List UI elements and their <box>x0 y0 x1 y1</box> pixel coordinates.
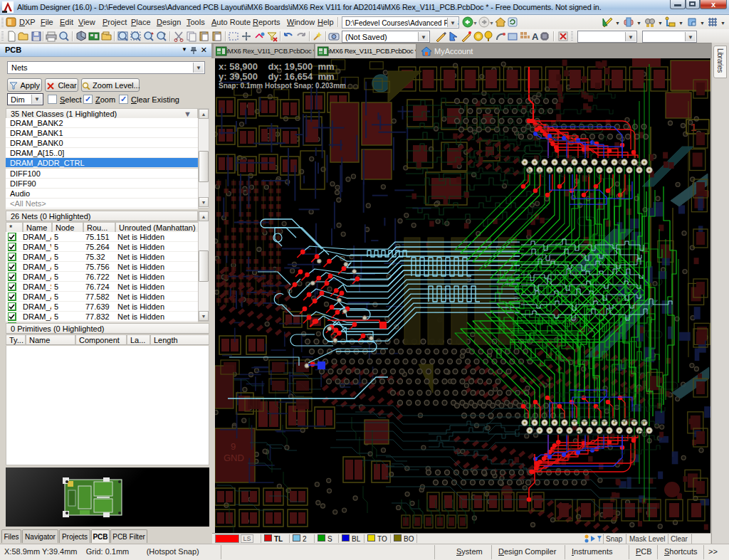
svg-text:9: 9 <box>231 441 236 452</box>
svg-text:Snap: 0.1mm Hotspot Snap: 0.20: Snap: 0.1mm Hotspot Snap: 0.203mm <box>219 82 346 90</box>
svg-text:y: 39,500 dy: 16,654 mm: y: 39,500 dy: 16,654 mm <box>219 71 335 82</box>
svg-text:x: 58,900 dx: 19,500 mm: x: 58,900 dx: 19,500 mm <box>219 61 335 72</box>
svg-text:GND: GND <box>224 453 244 463</box>
svg-text:A: A <box>532 31 539 42</box>
